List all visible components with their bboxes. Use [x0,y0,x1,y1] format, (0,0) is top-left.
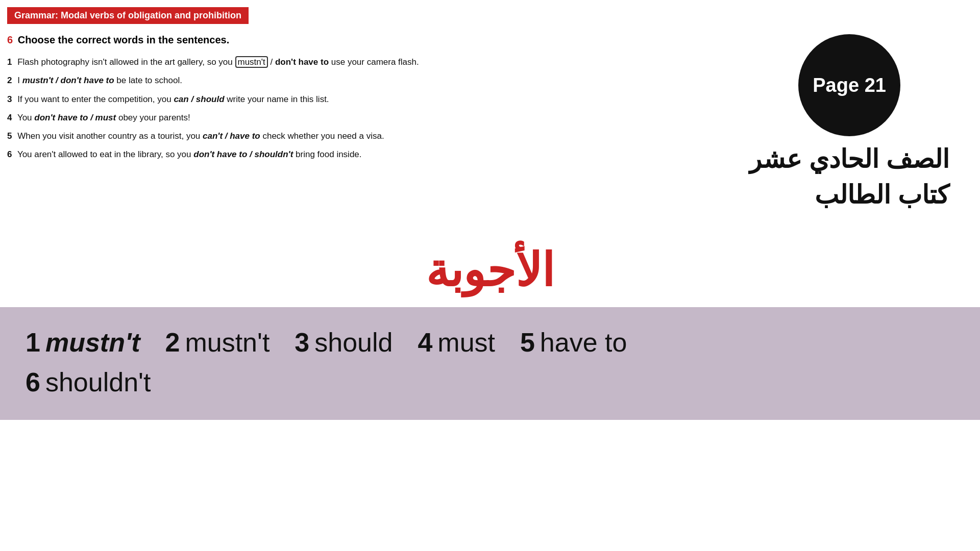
grammar-header-label: Grammar: Modal verbs of obligation and p… [7,7,249,24]
ans4-val: must [437,322,495,362]
page-circle-label: Page 21 [813,74,886,96]
q3-num: 3 [7,94,12,104]
q3-text: If you want to enter the competition, yo… [17,94,329,104]
q1-slash: / don't have to use your camera flash. [271,57,419,67]
q6-num: 6 [7,149,12,159]
right-panel: Page 21 الصف الحادي عشر كتاب الطالب [749,34,949,213]
q6-text: You aren't allowed to eat in the library… [17,149,362,159]
arabic-line2: كتاب الطالب [749,177,949,213]
page-circle: Page 21 [798,34,900,136]
q2-num: 2 [7,76,12,85]
ans6-val: shouldn't [45,362,151,402]
ans2-num: 2 [165,322,180,362]
questions-area: 6 Choose the correct words in the senten… [7,29,426,213]
answers-box: 1 mustn't 2 mustn't 3 should 4 must 5 ha… [0,307,980,420]
ans3-val: should [314,322,393,362]
ans2-val: mustn't [185,322,270,362]
exercise-number: 6 [7,34,13,45]
ans6-num: 6 [26,362,40,402]
q1-num: 1 [7,57,12,67]
ans4-num: 4 [418,322,432,362]
question-3: 3 If you want to enter the competition, … [7,91,426,108]
q1-circled: mustn't [235,56,268,68]
arabic-title: الصف الحادي عشر كتاب الطالب [749,141,949,213]
ans1-num: 1 [26,322,40,362]
answers-heading: الأجوبة [0,243,980,297]
ans5-val: have to [540,322,627,362]
exercise-title-text: Choose the correct words in the sentence… [18,34,230,45]
question-6: 6 You aren't allowed to eat in the libra… [7,146,426,163]
exercise-title: 6 Choose the correct words in the senten… [7,34,426,46]
q5-text: When you visit another country as a tour… [17,131,384,141]
ans3-num: 3 [295,322,309,362]
q4-text: You don't have to / must obey your paren… [17,113,190,122]
ans1-val: mustn't [45,322,140,362]
question-5: 5 When you visit another country as a to… [7,128,426,144]
question-2: 2 I mustn't / don't have to be late to s… [7,72,426,89]
question-4: 4 You don't have to / must obey your par… [7,110,426,126]
q2-text: I mustn't / don't have to be late to sch… [17,76,182,85]
arabic-line1: الصف الحادي عشر [749,141,949,177]
questions-list: 1 Flash photography isn't allowed in the… [7,54,426,163]
question-1: 1 Flash photography isn't allowed in the… [7,54,426,70]
answers-line1: 1 mustn't 2 mustn't 3 should 4 must 5 ha… [26,322,954,362]
q5-num: 5 [7,131,12,141]
q4-num: 4 [7,113,12,122]
answers-line2: 6 shouldn't [26,362,954,402]
ans5-num: 5 [520,322,535,362]
q1-text-before: Flash photography isn't allowed in the a… [17,57,233,67]
top-section: 6 Choose the correct words in the senten… [0,24,980,213]
